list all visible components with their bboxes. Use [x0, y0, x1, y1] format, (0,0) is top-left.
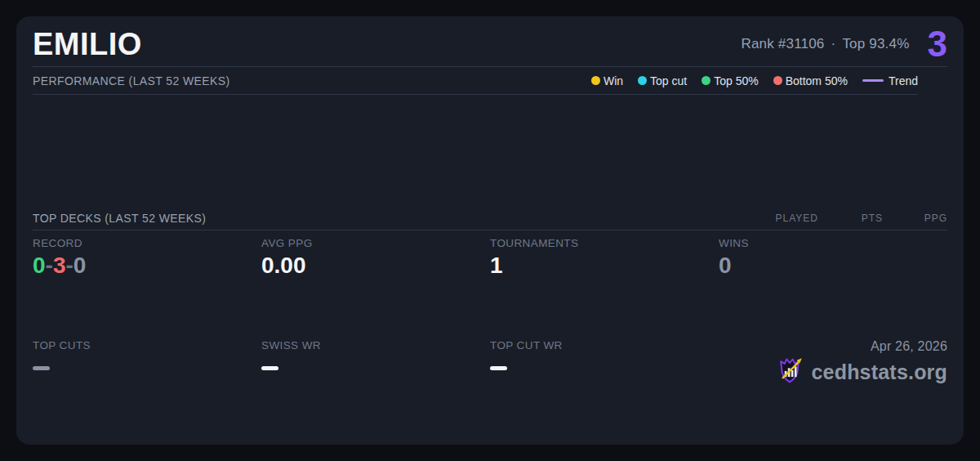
legend-label: Top 50% — [714, 74, 758, 87]
record-value: 0-3-0 — [33, 253, 261, 279]
stat-record: RECORD 0-3-0 — [33, 237, 261, 335]
performance-header-row: PERFORMANCE (LAST 52 WEEKS) Win Top cut … — [33, 67, 918, 94]
player-name: EMILIO — [33, 29, 142, 60]
legend-item-win: Win — [591, 74, 623, 87]
record-label: RECORD — [33, 237, 261, 249]
column-header-pts: PTS — [818, 213, 883, 224]
top-cut-dot-icon — [638, 76, 647, 85]
record-losses: 3 — [53, 253, 66, 278]
header-right: Rank #31106·Top 93.4% 3 — [741, 26, 947, 62]
stat-top-cut-wr: TOP CUT WR — [490, 339, 719, 445]
top-50-dot-icon — [702, 76, 710, 85]
column-header-ppg: PPG — [883, 213, 947, 224]
legend-item-bottom-50: Bottom 50% — [773, 74, 848, 87]
card-footer: Apr 26, 2026 cedhstats.org — [719, 339, 947, 445]
legend-label: Top cut — [650, 74, 687, 87]
top-cuts-value-dash — [33, 366, 50, 370]
rank-label: Rank #31106 — [741, 36, 824, 51]
brand-link[interactable]: cedhstats.org — [775, 356, 947, 388]
bottom-50-dot-icon — [773, 76, 782, 85]
legend-item-trend: Trend — [862, 74, 918, 87]
rank-separator: · — [831, 36, 836, 51]
chart-legend: Win Top cut Top 50% Bottom 50% Trend — [591, 74, 918, 87]
wins-value: 0 — [719, 253, 947, 279]
tournaments-label: TOURNAMENTS — [490, 237, 719, 249]
swiss-wr-value-dash — [261, 366, 278, 370]
stat-swiss-wr: SWISS WR — [261, 339, 490, 445]
record-draws: 0 — [74, 253, 87, 278]
performance-section-title: PERFORMANCE (LAST 52 WEEKS) — [33, 74, 230, 87]
legend-label: Bottom 50% — [786, 74, 848, 87]
brand-name: cedhstats.org — [811, 360, 947, 384]
avg-ppg-label: AVG PPG — [261, 237, 490, 249]
legend-item-top-cut: Top cut — [638, 74, 687, 87]
stat-wins: WINS 0 — [719, 237, 947, 335]
tournaments-value: 1 — [490, 253, 719, 279]
win-dot-icon — [591, 76, 600, 85]
stat-avg-ppg: AVG PPG 0.00 — [261, 237, 490, 335]
stats-grid: RECORD 0-3-0 AVG PPG 0.00 TOURNAMENTS 1 … — [33, 230, 947, 445]
report-date: Apr 26, 2026 — [871, 339, 947, 354]
player-stats-card: EMILIO Rank #31106·Top 93.4% 3 PERFORMAN… — [16, 16, 964, 445]
legend-label: Trend — [889, 74, 918, 87]
record-separator: - — [46, 253, 53, 278]
top-decks-section-title: TOP DECKS (LAST 52 WEEKS) — [33, 212, 206, 225]
performance-chart-area — [33, 95, 947, 208]
wins-label: WINS — [719, 237, 947, 249]
top-decks-header-row: TOP DECKS (LAST 52 WEEKS) PLAYED PTS PPG — [33, 208, 947, 230]
legend-label: Win — [604, 74, 623, 87]
top-percent-label: Top 93.4% — [842, 36, 909, 51]
top-cut-wr-value-dash — [490, 366, 507, 370]
rank-line: Rank #31106·Top 93.4% — [741, 36, 909, 52]
top-cuts-label: TOP CUTS — [33, 339, 261, 351]
cedhstats-shield-logo-icon — [775, 356, 804, 388]
stat-top-cuts: TOP CUTS — [33, 339, 261, 445]
score-number: 3 — [928, 26, 947, 62]
card-header: EMILIO Rank #31106·Top 93.4% 3 — [33, 16, 947, 66]
legend-item-top-50: Top 50% — [702, 74, 758, 87]
avg-ppg-value: 0.00 — [261, 253, 490, 279]
swiss-wr-label: SWISS WR — [261, 339, 490, 351]
stat-tournaments: TOURNAMENTS 1 — [490, 237, 719, 335]
column-header-played: PLAYED — [754, 213, 818, 224]
top-decks-columns: PLAYED PTS PPG — [754, 213, 947, 224]
screen: EMILIO Rank #31106·Top 93.4% 3 PERFORMAN… — [0, 0, 980, 461]
trend-line-icon — [862, 79, 884, 82]
record-wins: 0 — [33, 253, 46, 278]
top-cut-wr-label: TOP CUT WR — [490, 339, 719, 351]
record-separator: - — [65, 253, 73, 278]
